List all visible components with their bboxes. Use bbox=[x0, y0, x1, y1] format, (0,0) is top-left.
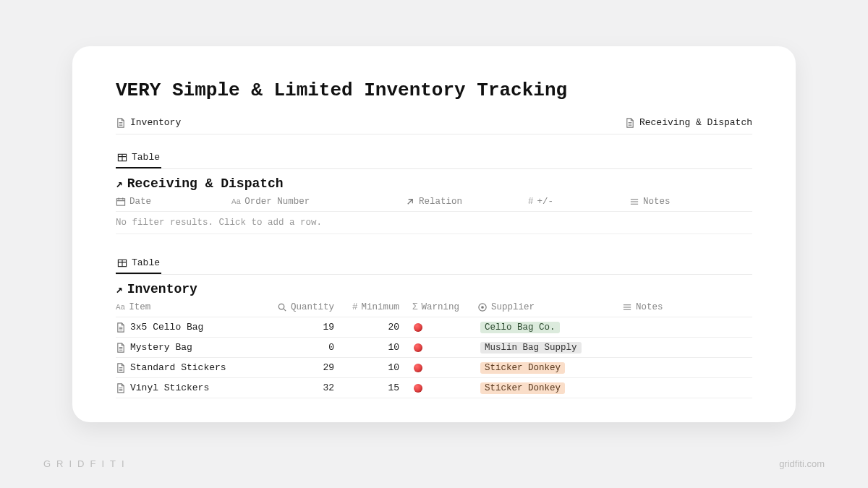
link-inventory[interactable]: Inventory bbox=[116, 117, 181, 128]
main-card: VERY Simple & Limited Inventory Tracking… bbox=[72, 46, 796, 422]
text-type-icon: Aa bbox=[116, 303, 125, 312]
item-name: Vinyl Stickers bbox=[130, 382, 209, 393]
radio-icon bbox=[477, 302, 488, 312]
col-notes-inv[interactable]: Notes bbox=[622, 302, 738, 312]
supplier-tag: Sticker Donkey bbox=[480, 382, 565, 394]
col-minimum-label: Minimum bbox=[361, 302, 399, 312]
col-quantity[interactable]: Quantity bbox=[275, 302, 347, 312]
cell-supplier: Sticker Donkey bbox=[477, 362, 622, 374]
table-icon bbox=[117, 153, 127, 163]
branding-left: GRIDFITI bbox=[43, 458, 130, 469]
col-relation[interactable]: Relation bbox=[405, 197, 528, 207]
calendar-icon bbox=[116, 197, 126, 207]
cell-quantity: 19 bbox=[275, 322, 347, 333]
lines-icon bbox=[629, 197, 639, 207]
col-quantity-label: Quantity bbox=[291, 302, 334, 312]
formula-icon: Σ bbox=[412, 302, 418, 312]
cell-warning bbox=[412, 343, 477, 352]
tab-table[interactable]: Table bbox=[116, 147, 161, 168]
col-relation-label: Relation bbox=[419, 197, 462, 207]
link-receiving-dispatch-label: Receiving & Dispatch bbox=[639, 117, 752, 128]
tab-label: Table bbox=[132, 152, 160, 163]
tab-label: Table bbox=[132, 257, 160, 268]
rd-column-header: Date Aa Order Number Relation # +/- Note… bbox=[116, 191, 752, 212]
page-icon bbox=[116, 343, 126, 353]
table-icon bbox=[117, 258, 127, 268]
cell-warning bbox=[412, 323, 477, 332]
number-icon: # bbox=[528, 197, 534, 207]
col-minimum[interactable]: # Minimum bbox=[347, 302, 412, 312]
col-date[interactable]: Date bbox=[116, 197, 231, 207]
rd-tab-row: Table bbox=[116, 147, 752, 169]
col-order-number-label: Order Number bbox=[244, 197, 310, 207]
cell-item: Vinyl Stickers bbox=[116, 382, 275, 393]
page-title: VERY Simple & Limited Inventory Tracking bbox=[116, 80, 752, 101]
col-date-label: Date bbox=[129, 197, 151, 207]
cell-supplier: Muslin Bag Supply bbox=[477, 342, 622, 354]
rd-empty-message: No filter results. Click to add a row. bbox=[116, 218, 752, 228]
cell-minimum: 20 bbox=[347, 322, 412, 333]
table-row[interactable]: Standard Stickers2910Sticker Donkey bbox=[116, 358, 752, 378]
col-notes-label: Notes bbox=[643, 197, 671, 207]
page-icon bbox=[116, 118, 126, 128]
arrow-ne-icon: ↗ bbox=[116, 282, 123, 296]
col-supplier[interactable]: Supplier bbox=[477, 302, 622, 312]
cell-quantity: 32 bbox=[275, 382, 347, 393]
number-icon: # bbox=[352, 302, 358, 312]
col-order-number[interactable]: Aa Order Number bbox=[231, 197, 405, 207]
arrow-ne-icon: ↗ bbox=[116, 176, 123, 191]
cell-quantity: 29 bbox=[275, 362, 347, 373]
cell-item: Mystery Bag bbox=[116, 342, 275, 353]
inventory-table-body: 3x5 Cello Bag1920Cello Bag Co.Mystery Ba… bbox=[116, 317, 752, 398]
cell-quantity: 0 bbox=[275, 342, 347, 353]
inv-title-row[interactable]: ↗ Inventory bbox=[116, 282, 752, 296]
inv-tab-row: Table bbox=[116, 253, 752, 275]
page-icon bbox=[116, 363, 126, 373]
cell-minimum: 15 bbox=[347, 382, 412, 393]
search-icon bbox=[277, 302, 287, 312]
item-name: Mystery Bag bbox=[130, 342, 192, 353]
top-links-row: Inventory Receiving & Dispatch bbox=[116, 117, 752, 134]
col-warning-label: Warning bbox=[422, 302, 460, 312]
cell-supplier: Sticker Donkey bbox=[477, 382, 622, 394]
warning-dot-icon bbox=[414, 323, 422, 332]
col-supplier-label: Supplier bbox=[491, 302, 535, 312]
cell-warning bbox=[412, 364, 477, 372]
page-icon bbox=[625, 118, 635, 128]
supplier-tag: Cello Bag Co. bbox=[480, 322, 560, 333]
item-name: Standard Stickers bbox=[130, 362, 226, 373]
rd-title: Receiving & Dispatch bbox=[127, 176, 284, 191]
relation-icon bbox=[405, 197, 415, 207]
tab-table-inventory[interactable]: Table bbox=[116, 253, 161, 274]
page-icon bbox=[116, 383, 126, 393]
page-icon bbox=[116, 322, 126, 333]
col-plus-minus[interactable]: # +/- bbox=[528, 197, 629, 207]
table-row[interactable]: Vinyl Stickers3215Sticker Donkey bbox=[116, 378, 752, 398]
cell-minimum: 10 bbox=[347, 342, 412, 353]
col-item[interactable]: Aa Item bbox=[116, 302, 275, 312]
cell-warning bbox=[412, 384, 477, 393]
link-inventory-label: Inventory bbox=[130, 117, 181, 128]
col-item-label: Item bbox=[129, 302, 150, 312]
supplier-tag: Sticker Donkey bbox=[480, 362, 565, 374]
warning-dot-icon bbox=[414, 364, 422, 372]
text-type-icon: Aa bbox=[231, 197, 241, 206]
lines-icon bbox=[622, 302, 632, 312]
col-notes-inv-label: Notes bbox=[636, 302, 663, 312]
link-receiving-dispatch[interactable]: Receiving & Dispatch bbox=[625, 117, 752, 128]
col-notes[interactable]: Notes bbox=[629, 197, 745, 207]
cell-supplier: Cello Bag Co. bbox=[477, 322, 622, 333]
branding-right: gridfiti.com bbox=[779, 458, 825, 469]
supplier-tag: Muslin Bag Supply bbox=[480, 342, 582, 354]
inv-title: Inventory bbox=[127, 282, 197, 296]
warning-dot-icon bbox=[414, 343, 422, 352]
col-warning[interactable]: Σ Warning bbox=[412, 302, 477, 312]
item-name: 3x5 Cello Bag bbox=[130, 322, 203, 333]
table-row[interactable]: 3x5 Cello Bag1920Cello Bag Co. bbox=[116, 317, 752, 338]
rd-empty-row[interactable]: No filter results. Click to add a row. bbox=[116, 212, 752, 234]
table-row[interactable]: Mystery Bag010Muslin Bag Supply bbox=[116, 338, 752, 358]
warning-dot-icon bbox=[414, 384, 422, 393]
cell-item: Standard Stickers bbox=[116, 362, 275, 373]
cell-minimum: 10 bbox=[347, 362, 412, 373]
rd-title-row[interactable]: ↗ Receiving & Dispatch bbox=[116, 176, 752, 191]
